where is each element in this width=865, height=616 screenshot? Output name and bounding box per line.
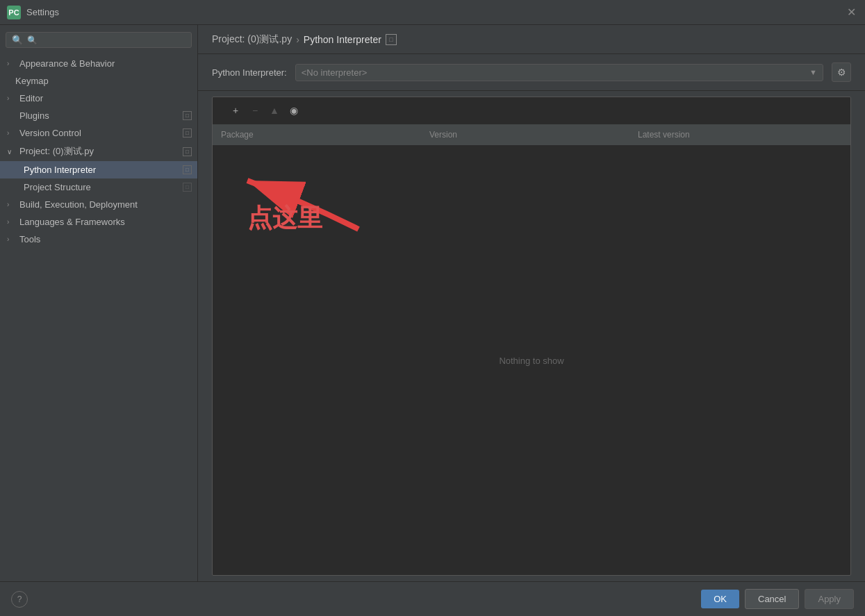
col-header-package: Package (213, 127, 421, 142)
search-input[interactable] (27, 35, 186, 45)
sidebar-item-label: Version Control (19, 128, 180, 138)
sidebar: 🔍 › Appearance & Behavior Keymap › Edito… (0, 25, 198, 581)
page-icon: □ (183, 111, 192, 120)
page-icon: □ (183, 128, 192, 138)
table-body: 点这里 Nothing to show (213, 146, 850, 575)
interpreter-label: Python Interpreter: (212, 67, 287, 78)
breadcrumb-icon: □ (386, 34, 397, 45)
dialog-title: Settings (26, 7, 59, 17)
gear-icon: ⚙ (837, 67, 846, 78)
interpreter-dropdown-text: <No interpreter> (302, 67, 809, 78)
table-header: Package Version Latest version (213, 124, 850, 146)
sidebar-item-languages[interactable]: › Languages & Frameworks (0, 213, 197, 231)
breadcrumb: Project: (0)测试.py › Python Interpreter □ (198, 25, 865, 54)
help-button[interactable]: ? (11, 591, 28, 608)
sidebar-item-keymap[interactable]: Keymap (0, 72, 197, 90)
chevron-icon: › (7, 60, 15, 67)
sidebar-item-label: Tools (19, 234, 192, 244)
dropdown-arrow-icon: ▼ (809, 68, 817, 76)
sidebar-item-label: Project Structure (24, 182, 180, 192)
annotation-arrow (233, 160, 372, 245)
apply-button[interactable]: Apply (805, 589, 854, 609)
app-icon: PC (7, 6, 21, 19)
chevron-icon: › (7, 94, 15, 102)
sidebar-item-appearance[interactable]: › Appearance & Behavior (0, 55, 197, 72)
help-icon: ? (17, 594, 22, 604)
sidebar-item-tools[interactable]: › Tools (0, 231, 197, 248)
sidebar-item-version-control[interactable]: › Version Control □ (0, 124, 197, 142)
search-box[interactable]: 🔍 (6, 32, 192, 48)
sidebar-item-label: Keymap (15, 76, 192, 86)
sidebar-item-label: Appearance & Behavior (19, 58, 192, 69)
annotation-text: 点这里 (247, 201, 322, 235)
toolbar: + − ▲ ◉ (213, 97, 850, 124)
empty-message: Nothing to show (499, 356, 563, 366)
title-bar-left: PC Settings (7, 6, 59, 19)
chevron-icon: › (7, 235, 15, 243)
breadcrumb-current: Python Interpreter (304, 34, 381, 45)
page-icon: □ (183, 165, 192, 174)
chevron-icon: › (7, 129, 15, 137)
col-header-latest: Latest version (629, 127, 850, 142)
sidebar-item-project-structure[interactable]: Project Structure □ (0, 178, 197, 196)
close-button[interactable]: ✕ (844, 6, 858, 19)
page-icon: □ (183, 183, 192, 192)
sidebar-item-plugins[interactable]: › Plugins □ (0, 107, 197, 124)
sidebar-item-python-interpreter[interactable]: Python Interpreter □ (0, 161, 197, 178)
gear-button[interactable]: ⚙ (832, 63, 851, 82)
content-area: 🔍 › Appearance & Behavior Keymap › Edito… (0, 25, 865, 581)
breadcrumb-project: Project: (0)测试.py (212, 33, 292, 46)
sidebar-item-label: Plugins (19, 110, 180, 121)
sidebar-item-label: Project: (0)测试.py (19, 145, 180, 158)
breadcrumb-separator: › (296, 34, 299, 45)
title-bar: PC Settings ✕ (0, 0, 865, 25)
move-up-button[interactable]: ▲ (265, 101, 283, 119)
packages-table: + − ▲ ◉ Package Version Latest version (212, 97, 851, 576)
chevron-icon: › (7, 201, 15, 208)
sidebar-item-label: Languages & Frameworks (19, 217, 192, 227)
sidebar-item-label: Build, Execution, Deployment (19, 199, 192, 210)
chevron-icon: ∨ (7, 148, 15, 156)
sidebar-item-project[interactable]: ∨ Project: (0)测试.py □ (0, 142, 197, 161)
search-icon: 🔍 (12, 35, 23, 45)
cancel-button[interactable]: Cancel (745, 589, 799, 609)
show-details-button[interactable]: ◉ (285, 101, 303, 119)
sidebar-item-editor[interactable]: › Editor (0, 90, 197, 107)
col-header-version: Version (421, 127, 629, 142)
footer: ? OK Cancel Apply (0, 581, 865, 616)
chevron-icon: › (7, 218, 15, 226)
remove-package-button[interactable]: − (246, 101, 264, 119)
sidebar-item-build[interactable]: › Build, Execution, Deployment (0, 196, 197, 213)
main-panel: Project: (0)测试.py › Python Interpreter □… (198, 25, 865, 581)
sidebar-item-label: Editor (19, 93, 192, 103)
add-package-button[interactable]: + (226, 101, 245, 119)
ok-button[interactable]: OK (701, 590, 739, 608)
sidebar-item-label: Python Interpreter (24, 165, 180, 175)
interpreter-row: Python Interpreter: <No interpreter> ▼ ⚙ (198, 54, 865, 91)
interpreter-dropdown[interactable]: <No interpreter> ▼ (295, 64, 823, 81)
settings-dialog: PC Settings ✕ 🔍 › Appearance & Behavior … (0, 0, 865, 616)
page-icon: □ (183, 147, 192, 156)
